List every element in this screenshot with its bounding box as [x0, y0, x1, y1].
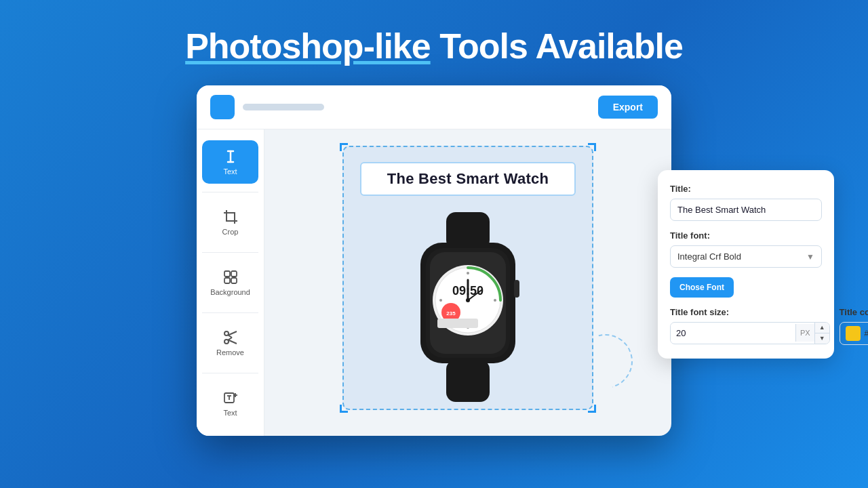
font-size-up-arrow[interactable]: ▲	[815, 323, 829, 333]
svg-line-9	[228, 331, 237, 336]
sidebar-divider-3	[202, 312, 258, 313]
svg-line-12	[228, 338, 232, 340]
topbar-left	[210, 95, 324, 119]
sidebar: Text Crop Background	[197, 129, 264, 436]
canvas-frame: The Best Smart Watch	[342, 146, 593, 410]
export-button[interactable]: Export	[598, 96, 658, 119]
title-highlight: Photoshop-like	[185, 26, 431, 66]
dashed-arc-decoration	[568, 324, 642, 398]
svg-point-8	[224, 340, 229, 344]
svg-line-10	[228, 340, 237, 344]
corner-tr	[588, 143, 596, 151]
font-size-color-row: Title font size: PX ▲ ▼ Title color:	[670, 307, 822, 345]
text-add-icon	[222, 390, 239, 406]
scissors-icon	[222, 329, 239, 346]
app-topbar: Export	[197, 85, 671, 129]
svg-rect-5	[224, 278, 230, 283]
font-size-label: Title font size:	[670, 307, 830, 317]
title-prop-label: Title:	[670, 184, 822, 194]
page-title: Photoshop-like Tools Available	[185, 26, 683, 66]
color-swatch-wrap[interactable]: #023856	[840, 322, 868, 345]
app-window: Export Text Crop	[197, 85, 671, 436]
font-size-arrows: ▲ ▼	[814, 323, 829, 344]
sidebar-remove-label: Remove	[216, 348, 244, 357]
font-prop-label: Title font:	[670, 230, 822, 241]
properties-panel: Title: Title font: Integral Crf Bold ▼ C…	[658, 170, 834, 359]
sidebar-divider-1	[202, 192, 258, 192]
svg-rect-6	[231, 278, 237, 283]
app-logo	[210, 95, 235, 119]
svg-point-7	[224, 331, 229, 336]
svg-point-28	[439, 299, 442, 302]
app-title-bar	[243, 104, 324, 110]
font-size-col: Title font size: PX ▲ ▼	[670, 307, 830, 344]
sidebar-divider-2	[202, 252, 258, 253]
color-swatch	[846, 326, 861, 341]
font-size-input-wrap: PX ▲ ▼	[670, 322, 830, 344]
color-col: Title color: #023856	[840, 307, 868, 345]
svg-rect-4	[231, 271, 237, 277]
corner-bl	[340, 405, 348, 413]
sidebar-item-background[interactable]: Background	[202, 261, 258, 304]
sidebar-item-crop[interactable]: Crop	[202, 201, 258, 244]
text-cursor-icon	[222, 148, 239, 165]
canvas-area: The Best Smart Watch	[264, 129, 671, 436]
sidebar-crop-label: Crop	[222, 228, 239, 236]
choose-font-button[interactable]: Chose Font	[670, 277, 734, 298]
crop-icon	[222, 209, 239, 225]
title-input[interactable]	[670, 199, 822, 221]
font-row: Integral Crf Bold ▼	[670, 245, 822, 268]
svg-rect-3	[224, 271, 230, 277]
svg-rect-32	[437, 319, 478, 328]
svg-point-29	[494, 299, 496, 302]
font-size-input[interactable]	[671, 323, 795, 343]
background-icon	[222, 269, 239, 285]
watch-image: 09:50 235	[400, 212, 536, 402]
sidebar-divider-4	[202, 373, 258, 373]
font-size-unit: PX	[795, 324, 814, 342]
svg-rect-36	[514, 280, 519, 298]
sidebar-text-label: Text	[223, 167, 237, 176]
chevron-down-icon: ▼	[806, 252, 814, 262]
color-hex-value: #023856	[865, 329, 868, 338]
font-size-down-arrow[interactable]: ▼	[815, 333, 829, 344]
canvas-text-element[interactable]: The Best Smart Watch	[360, 162, 576, 196]
corner-br	[588, 405, 596, 413]
svg-point-26	[467, 272, 469, 274]
sidebar-item-text2[interactable]: Text	[202, 382, 258, 425]
app-body: Text Crop Background	[197, 129, 671, 436]
corner-tl	[340, 143, 348, 151]
sidebar-item-text-active[interactable]: Text	[202, 140, 258, 184]
sidebar-background-label: Background	[210, 288, 250, 296]
svg-rect-19	[446, 360, 490, 402]
font-select[interactable]: Integral Crf Bold ▼	[670, 245, 822, 268]
sidebar-text2-label: Text	[223, 409, 237, 417]
font-value: Integral Crf Bold	[677, 251, 741, 262]
svg-text:235: 235	[446, 310, 456, 317]
sidebar-item-remove[interactable]: Remove	[202, 321, 258, 365]
color-label: Title color:	[840, 307, 868, 317]
svg-point-35	[466, 298, 470, 302]
smartwatch-svg: 09:50 235	[400, 212, 536, 402]
